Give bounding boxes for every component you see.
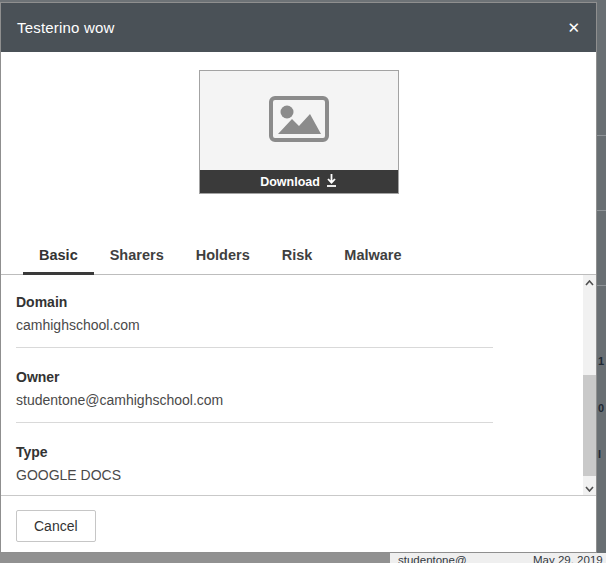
background-text-fragment: 0 <box>598 402 604 414</box>
page: 1 0 l studentone@ May 29, 2019 Testerino… <box>0 0 606 563</box>
field-label: Domain <box>16 294 596 311</box>
cancel-button[interactable]: Cancel <box>16 510 96 542</box>
file-thumbnail-placeholder <box>200 71 398 170</box>
tab-holders[interactable]: Holders <box>180 239 266 275</box>
tab-basic[interactable]: Basic <box>23 239 94 275</box>
download-button[interactable]: Download <box>200 170 398 193</box>
field-list: Domain camhighschool.com Owner studenton… <box>1 275 596 484</box>
scrollbar-down-icon[interactable] <box>583 481 596 496</box>
background-owner-cell: studentone@ <box>398 554 467 563</box>
modal-footer: Cancel <box>1 496 596 553</box>
field-domain: Domain camhighschool.com <box>16 275 596 348</box>
file-details-modal: Testerino wow ✕ Download <box>0 2 597 553</box>
image-placeholder-icon <box>268 95 330 147</box>
download-icon <box>326 174 337 190</box>
close-icon[interactable]: ✕ <box>567 20 580 35</box>
background-text-fragment: l <box>598 448 601 460</box>
modal-title: Testerino wow <box>17 19 115 36</box>
field-value: camhighschool.com <box>16 317 596 334</box>
file-preview: Download <box>199 70 399 194</box>
field-owner: Owner studentone@camhighschool.com <box>16 348 596 423</box>
background-text-fragment: 1 <box>598 355 604 367</box>
field-value: GOOGLE DOCS <box>16 467 596 484</box>
scrollbar-up-icon[interactable] <box>583 275 596 290</box>
background-table-row-partial: studentone@ May 29, 2019 <box>390 553 606 563</box>
tab-sharers[interactable]: Sharers <box>94 239 180 275</box>
details-tab-bar: Basic Sharers Holders Risk Malware <box>1 239 596 275</box>
details-scroll-area: Domain camhighschool.com Owner studenton… <box>1 275 596 496</box>
tab-malware[interactable]: Malware <box>328 239 417 275</box>
background-page-right-sliver: 1 0 l <box>597 0 606 553</box>
field-label: Type <box>16 444 596 461</box>
background-table-line <box>597 285 606 286</box>
vertical-scrollbar[interactable] <box>583 275 596 496</box>
modal-header: Testerino wow ✕ <box>1 3 596 52</box>
background-table-line <box>597 210 606 211</box>
tab-risk[interactable]: Risk <box>266 239 329 275</box>
field-label: Owner <box>16 369 596 386</box>
download-button-label: Download <box>260 175 320 189</box>
field-type: Type GOOGLE DOCS <box>16 423 596 484</box>
field-value: studentone@camhighschool.com <box>16 392 596 409</box>
scrollbar-thumb[interactable] <box>583 375 596 476</box>
background-date-cell: May 29, 2019 <box>533 554 603 563</box>
background-table-line <box>597 135 606 136</box>
